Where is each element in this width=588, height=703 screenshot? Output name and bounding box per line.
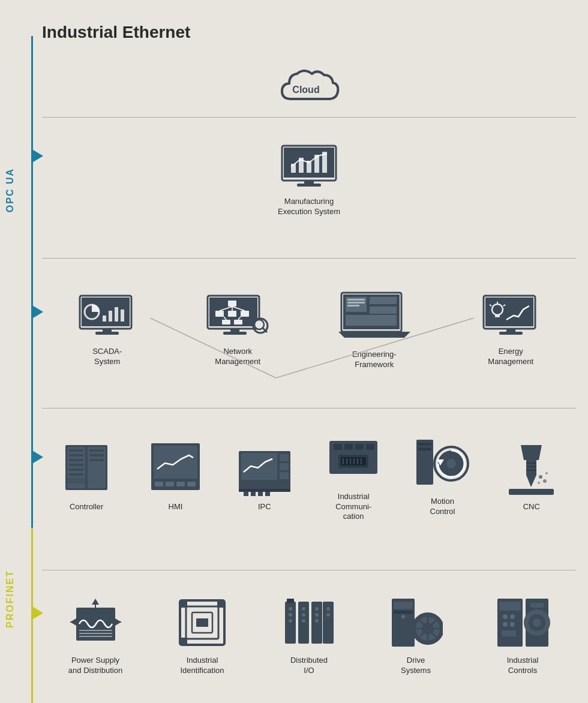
svg-point-112 (538, 482, 540, 484)
energy-mgmt-item: EnergyManagement (472, 293, 550, 367)
power-supply-item: Power Supplyand Distribution (56, 596, 134, 676)
scada-section: SCADA-System NetworkManagemen (42, 264, 576, 396)
scada-item: SCADA-System (68, 293, 146, 367)
svg-rect-90 (355, 444, 364, 450)
svg-rect-84 (251, 492, 256, 496)
distributed-io-item: DistributedI/O (270, 596, 348, 676)
svg-rect-33 (223, 332, 247, 335)
svg-rect-83 (244, 492, 248, 496)
divider-4 (42, 570, 576, 570)
svg-rect-115 (526, 462, 536, 464)
svg-point-106 (446, 459, 456, 468)
controller-icon (62, 442, 110, 496)
svg-rect-114 (509, 489, 554, 495)
svg-marker-124 (92, 599, 99, 605)
svg-rect-150 (287, 599, 294, 603)
cnc-icon (506, 442, 557, 496)
svg-rect-164 (499, 602, 521, 611)
svg-rect-41 (370, 307, 397, 314)
svg-rect-100 (416, 440, 433, 485)
svg-rect-65 (69, 473, 83, 476)
controller-section: Controller HMI (42, 414, 576, 540)
svg-rect-152 (394, 602, 413, 609)
svg-rect-70 (67, 481, 85, 483)
svg-rect-86 (265, 492, 270, 496)
svg-rect-108 (526, 460, 536, 475)
svg-rect-22 (215, 311, 224, 317)
arrow-field (31, 606, 43, 620)
network-mgmt-label: NetworkManagement (215, 347, 260, 367)
svg-rect-116 (526, 466, 536, 467)
svg-rect-40 (370, 297, 397, 304)
controller-label: Controller (70, 502, 103, 512)
svg-rect-134 (180, 638, 187, 645)
cnc-item: CNC (493, 442, 571, 512)
industrial-comm-icon (326, 432, 380, 486)
svg-point-154 (401, 615, 405, 618)
svg-rect-43 (347, 299, 365, 301)
svg-point-111 (543, 479, 547, 483)
svg-rect-42 (346, 315, 397, 326)
svg-point-165 (503, 614, 508, 619)
svg-rect-24 (241, 311, 249, 317)
arrow-mes (31, 149, 43, 163)
svg-rect-69 (67, 478, 85, 480)
svg-rect-117 (526, 470, 536, 471)
svg-rect-54 (499, 332, 523, 335)
svg-rect-85 (258, 492, 263, 496)
svg-point-139 (289, 607, 292, 611)
svg-rect-68 (89, 459, 104, 461)
svg-rect-102 (418, 447, 431, 450)
svg-rect-67 (89, 454, 104, 456)
ipc-item: IPC (226, 442, 304, 512)
svg-rect-17 (103, 329, 112, 332)
power-supply-icon (67, 596, 124, 650)
network-mgmt-item: NetworkManagement (199, 293, 277, 367)
svg-point-144 (302, 619, 305, 623)
svg-rect-53 (506, 329, 515, 332)
svg-rect-32 (230, 329, 239, 332)
ipc-label: IPC (258, 502, 271, 512)
opc-ua-label: OPC UA (5, 168, 16, 212)
eng-framework-label: Engineering-Framework (352, 350, 397, 370)
industrial-controls-icon (494, 596, 551, 650)
mes-item: ManufacturingExecution System (270, 143, 348, 217)
svg-rect-61 (69, 454, 83, 456)
industrial-controls-label: IndustrialControls (507, 656, 539, 676)
svg-rect-16 (121, 310, 124, 322)
svg-rect-64 (69, 468, 83, 471)
svg-rect-21 (228, 301, 236, 307)
svg-point-166 (510, 614, 515, 619)
svg-rect-23 (228, 311, 236, 317)
svg-rect-74 (166, 482, 174, 486)
drive-systems-icon (389, 596, 443, 650)
industrial-id-label: IndustrialIdentification (181, 656, 224, 676)
energy-mgmt-label: EnergyManagement (488, 347, 533, 367)
svg-rect-89 (344, 444, 353, 450)
svg-rect-88 (334, 444, 342, 450)
svg-rect-75 (176, 482, 185, 486)
svg-rect-60 (69, 449, 83, 452)
svg-rect-8 (304, 181, 314, 184)
svg-rect-63 (69, 464, 83, 466)
cnc-label: CNC (523, 502, 540, 512)
hmi-label: HMI (169, 502, 183, 512)
svg-rect-18 (95, 332, 119, 335)
svg-point-110 (539, 475, 542, 479)
svg-rect-73 (155, 482, 163, 486)
hmi-icon (150, 442, 201, 496)
svg-point-147 (315, 619, 319, 623)
mes-label: ManufacturingExecution System (278, 197, 340, 217)
svg-point-149 (326, 613, 330, 617)
svg-rect-26 (234, 320, 242, 325)
distributed-io-label: DistributedI/O (290, 656, 328, 676)
motion-control-icon (415, 437, 469, 491)
network-mgmt-icon (206, 293, 269, 341)
industrial-id-item: IndustrialIdentification (163, 596, 241, 676)
divider-2 (42, 258, 576, 259)
svg-rect-79 (280, 454, 289, 461)
svg-point-145 (315, 607, 319, 611)
svg-point-167 (503, 622, 508, 627)
svg-point-173 (533, 618, 541, 627)
svg-marker-109 (526, 475, 536, 487)
